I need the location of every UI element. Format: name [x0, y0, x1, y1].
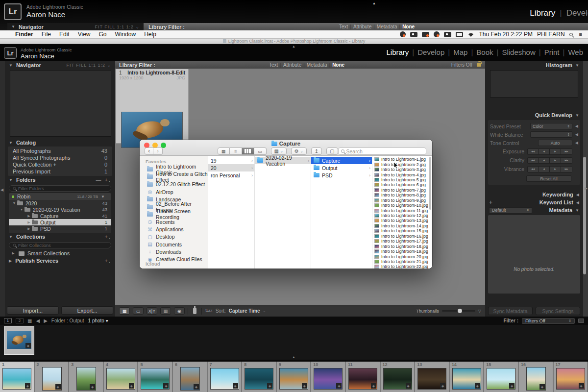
edit-badge-icon[interactable]: ◈ — [440, 383, 445, 389]
filter-option-none[interactable]: None — [400, 24, 416, 29]
edit-badge-icon[interactable]: ◈ — [129, 383, 134, 389]
volume-row[interactable]: Robin 11.8 / 20 TB ▼ — [9, 193, 111, 200]
sync-settings-button[interactable]: Sync Settings — [536, 307, 580, 315]
file-row-intro-to-lightroom-5-jpg[interactable]: Intro to Lightroom-5.jpg — [372, 177, 432, 182]
finder-row-output[interactable]: Output› — [311, 164, 372, 172]
expand-arrow-icon[interactable]: ◀ — [572, 141, 578, 145]
file-row-intro-to-lightroom-8-jpg[interactable]: Intro to Lightroom-8.jpg — [372, 193, 432, 197]
file-row-intro-to-lightroom-18-jpg[interactable]: Intro to Lightroom-18.jpg — [372, 244, 432, 248]
module-tab-develop[interactable]: Develop — [566, 8, 588, 18]
catalog-panel-header[interactable]: ▼ Catalog — [5, 139, 115, 147]
finder-row-19[interactable]: 19› — [208, 157, 254, 164]
display-icon[interactable] — [456, 32, 463, 37]
expand-arrow-icon[interactable]: ◀ — [572, 124, 578, 128]
thumbnail-size-slider[interactable] — [442, 310, 475, 312]
metadata-preset-dropdown[interactable]: Default ⇕ — [489, 207, 532, 214]
app-status-icon[interactable] — [410, 32, 417, 37]
filter-dropdown[interactable]: Filters Off ⇕ — [522, 318, 575, 324]
adjust-button[interactable]: ◂ — [539, 157, 550, 164]
edit-badge-icon[interactable]: ◈ — [25, 383, 30, 389]
finder-scrollbar[interactable] — [429, 157, 431, 210]
sort-value[interactable]: Capture Time — [229, 308, 260, 314]
finder-search-field[interactable]: Search — [338, 147, 426, 155]
filmstrip-cell-3[interactable]: 3◈ — [69, 362, 104, 392]
column-view-button[interactable] — [242, 147, 254, 155]
menubar-item-edit[interactable]: Edit — [59, 31, 70, 38]
filmstrip-cell-16[interactable]: 16◈ — [519, 362, 554, 392]
adjust-button[interactable]: ◂◂ — [527, 157, 539, 164]
keywording-panel-header[interactable]: Keywording ◀ — [485, 191, 583, 198]
navigator-zoom-presets[interactable]: FIT FILL 1:1 1:2 ⌄ — [66, 63, 111, 68]
camera-status-icon[interactable] — [434, 31, 440, 37]
filter-lock-icon[interactable] — [477, 63, 481, 67]
compare-view-button[interactable]: X|Y — [147, 307, 157, 315]
collections-panel-header[interactable]: ▼ Collections +. — [5, 233, 115, 241]
saved-preset-dropdown[interactable]: Color ⇕ — [530, 123, 572, 129]
filter-option-metadata[interactable]: Metadata — [305, 62, 329, 68]
folder-row-2020[interactable]: ▼202043 — [9, 200, 111, 206]
file-row-intro-to-lightroom-6-jpg[interactable]: Intro to Lightroom-6.jpg — [372, 182, 432, 187]
wifi-icon[interactable] — [467, 32, 474, 37]
filmstrip-cell-14[interactable]: 14◈ — [450, 362, 485, 392]
disclosure-triangle-icon[interactable]: ▼ — [19, 208, 24, 211]
auto-tone-button[interactable]: Auto — [538, 140, 572, 146]
file-row-intro-to-lightroom-21-jpg[interactable]: Intro to Lightroom-21.jpg — [372, 259, 432, 264]
expand-right-panel-arrow[interactable]: ▶ — [585, 186, 588, 191]
adjust-button[interactable]: ▸▸ — [561, 148, 572, 155]
menubar-item-go[interactable]: Go — [99, 31, 107, 38]
finder-row-2020-02-19-vacation[interactable]: 2020-02-19 Vacation› — [255, 157, 311, 164]
file-row-intro-to-lightroom-10-jpg[interactable]: Intro to Lightroom-10.jpg — [372, 203, 432, 208]
edit-badge-icon[interactable]: ◈ — [475, 383, 480, 389]
disclosure-triangle-icon[interactable]: ▶ — [26, 220, 31, 224]
background-navigator-header[interactable]: ▼ Navigator FIT FILL 1:1 1:2 ⌄ — [7, 23, 144, 30]
sidebar-item-tutorial-screen-recording[interactable]: Tutorial Screen Recording — [140, 211, 208, 218]
sync-metadata-button[interactable]: Sync Metadata — [488, 307, 533, 315]
filmstrip-cell-11[interactable]: 11◈ — [346, 362, 381, 392]
menubar-item-finder[interactable]: Finder — [15, 31, 33, 38]
file-row-intro-to-lightroom-13-jpg[interactable]: Intro to Lightroom-13.jpg — [372, 218, 432, 223]
disclosure-triangle-icon[interactable]: ▶ — [26, 214, 31, 218]
finder-window[interactable]: Capture ‹ › ▦ ≡ ▭ ▦ ⌄ ⚙ ⌄ ↥ ▢ Search — [140, 140, 432, 269]
catalog-item-all-photographs[interactable]: All Photographs43 — [8, 147, 112, 154]
expand-arrow-icon[interactable]: ◀ — [572, 132, 578, 137]
finder-row-psd[interactable]: PSD› — [311, 172, 372, 179]
edit-badge-icon[interactable]: ◈ — [406, 383, 411, 389]
publish-services-panel-header[interactable]: ▶ Publish Services +. — [5, 257, 115, 265]
filter-option-attribute[interactable]: Attribute — [351, 24, 373, 29]
edit-badge-icon[interactable]: ◈ — [267, 383, 272, 389]
file-row-intro-to-lightroom-19-jpg[interactable]: Intro to Lightroom-19.jpg — [372, 249, 432, 254]
export-button[interactable]: Export... — [61, 306, 113, 315]
filter-option-none[interactable]: None — [330, 62, 346, 68]
menubar-account[interactable]: PHLEARN — [537, 31, 565, 38]
folders-panel-header[interactable]: ▼ Folders — +. — [5, 176, 115, 184]
folder-row-2020-02-19-vacation[interactable]: ▼2020-02-19 Vacation43 — [9, 206, 111, 213]
filter-option-attribute[interactable]: Attribute — [281, 62, 303, 68]
group-by-button[interactable]: ▦ ⌄ — [271, 147, 287, 155]
catalog-item-previous-import[interactable]: Previous Import1 — [8, 168, 112, 175]
file-row-intro-to-lightroom-1-jpg[interactable]: Intro to Lightroom-1.jpg — [372, 157, 432, 162]
navigator-zoom-presets[interactable]: FIT FILL 1:1 1:2 ⌄ — [95, 24, 140, 29]
disclosure-triangle-icon[interactable]: ▶ — [26, 227, 31, 231]
file-row-intro-to-lightroom-4-jpg[interactable]: Intro to Lightroom-4.jpg — [372, 172, 432, 177]
file-row-intro-to-lightroom-20-jpg[interactable]: Intro to Lightroom-20.jpg — [372, 254, 432, 259]
filmstrip-cell-9[interactable]: 9◈ — [277, 362, 312, 392]
collections-add-button[interactable]: +. — [105, 234, 111, 240]
filmstrip-cell-8[interactable]: 8◈ — [242, 362, 277, 392]
file-row-intro-to-lightroom-17-jpg[interactable]: Intro to Lightroom-17.jpg — [372, 239, 432, 244]
module-tab-develop[interactable]: Develop — [417, 48, 444, 56]
forward-button[interactable]: › — [153, 147, 162, 155]
grid-view-icon[interactable]: ▦ — [27, 318, 32, 323]
panel-reveal-arrow-top[interactable]: ▲ — [372, 1, 376, 5]
catalog-item-quick-collection[interactable]: Quick Collection +0 — [8, 161, 112, 168]
filter-folders-field[interactable]: Filter Folders — [9, 185, 111, 192]
loupe-view-button[interactable]: ▭ — [133, 307, 144, 315]
file-row-intro-to-lightroom-11-jpg[interactable]: Intro to Lightroom-11.jpg — [372, 208, 432, 213]
import-button[interactable]: Import... — [7, 306, 59, 315]
adjust-button[interactable]: ▸ — [550, 157, 561, 164]
folder-row-psd[interactable]: ▶PSD1 — [9, 225, 111, 232]
module-tab-library[interactable]: Library — [530, 8, 555, 18]
file-row-intro-to-lightroom-15-jpg[interactable]: Intro to Lightroom-15.jpg — [372, 228, 432, 233]
menubar-item-window[interactable]: Window — [115, 31, 136, 38]
toolbar-options-icon[interactable]: ▽ — [478, 309, 481, 313]
people-view-button[interactable]: ◉ — [174, 307, 185, 315]
